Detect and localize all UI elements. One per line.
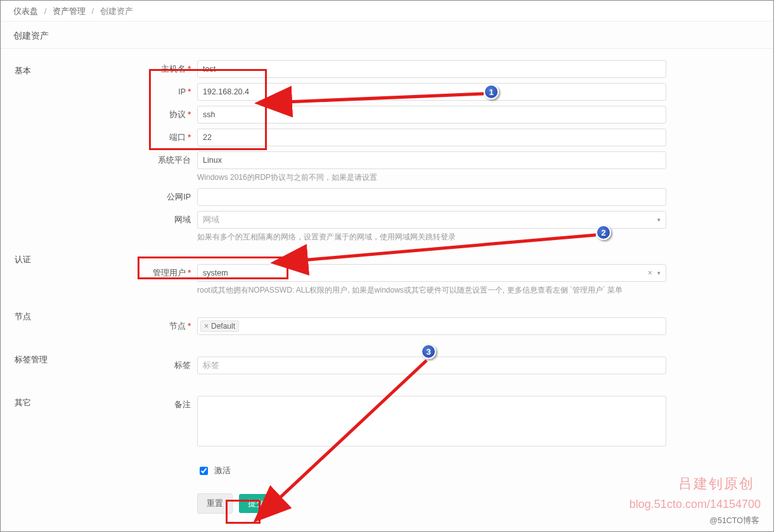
tags-select[interactable]: 标签 bbox=[197, 357, 666, 374]
chevron-down-icon: ▾ bbox=[657, 217, 661, 223]
watermark-author: 吕建钊原创 bbox=[678, 474, 754, 493]
help-admin-user: root或其他拥有NOPASSWD: ALL权限的用户, 如果是windows或… bbox=[197, 284, 666, 296]
active-checkbox[interactable] bbox=[200, 467, 208, 475]
label-protocol: 协议 bbox=[169, 110, 186, 119]
close-icon[interactable]: × bbox=[204, 322, 209, 331]
callout-1: 1 bbox=[484, 84, 499, 99]
chevron-down-icon: ▾ bbox=[657, 270, 661, 276]
port-input[interactable] bbox=[197, 129, 666, 146]
comment-textarea[interactable] bbox=[197, 396, 666, 446]
label-comment: 备注 bbox=[174, 400, 191, 409]
active-text: 激活 bbox=[214, 466, 231, 475]
submit-button[interactable]: 提交 bbox=[239, 494, 273, 513]
callout-3: 3 bbox=[421, 344, 436, 359]
protocol-input[interactable] bbox=[197, 106, 666, 124]
section-tag-mgmt: 标签管理 bbox=[15, 354, 48, 365]
page-title: 创建资产 bbox=[1, 22, 773, 49]
section-other: 其它 bbox=[15, 397, 31, 408]
label-domain: 网域 bbox=[174, 215, 191, 224]
public-ip-input[interactable] bbox=[197, 188, 666, 206]
domain-select[interactable]: 网域 ▾ bbox=[197, 211, 666, 229]
breadcrumb-sep: / bbox=[44, 6, 47, 16]
label-hostname: 主机名 bbox=[161, 65, 186, 73]
domain-placeholder: 网域 bbox=[203, 215, 219, 225]
admin-user-select[interactable]: system × ▾ bbox=[197, 264, 666, 282]
reset-button[interactable]: 重置 bbox=[197, 493, 233, 514]
admin-user-value: system bbox=[203, 269, 228, 277]
section-node: 节点 bbox=[15, 311, 31, 322]
attribution: @51CTO博客 bbox=[709, 516, 759, 526]
label-node: 节点 bbox=[169, 322, 186, 331]
node-tag-default[interactable]: ×Default bbox=[200, 320, 239, 332]
ip-input[interactable] bbox=[197, 83, 666, 101]
label-platform: 系统平台 bbox=[158, 156, 191, 165]
label-port: 端口 bbox=[169, 133, 186, 142]
platform-input[interactable] bbox=[197, 151, 666, 169]
label-public-ip: 公网IP bbox=[167, 193, 191, 201]
clear-icon[interactable]: × bbox=[648, 269, 657, 277]
active-checkbox-label[interactable]: 激活 bbox=[197, 466, 231, 475]
node-select[interactable]: ×Default bbox=[197, 317, 666, 335]
hostname-input[interactable] bbox=[197, 60, 666, 78]
label-ip: IP bbox=[178, 87, 186, 96]
callout-2: 2 bbox=[596, 225, 611, 240]
section-basic: 基本 bbox=[15, 65, 31, 77]
tags-placeholder: 标签 bbox=[203, 360, 219, 371]
breadcrumb-dashboard[interactable]: 仪表盘 bbox=[13, 6, 38, 16]
help-platform: Windows 2016的RDP协议与之前不同，如果是请设置 bbox=[197, 172, 666, 183]
section-auth: 认证 bbox=[15, 254, 31, 265]
breadcrumb-asset-mgmt[interactable]: 资产管理 bbox=[53, 6, 86, 16]
breadcrumb-current: 创建资产 bbox=[100, 6, 133, 16]
breadcrumb-sep: / bbox=[92, 6, 94, 16]
breadcrumb: 仪表盘 / 资产管理 / 创建资产 bbox=[1, 1, 773, 22]
label-tags: 标签 bbox=[174, 361, 191, 370]
label-admin-user: 管理用户 bbox=[153, 269, 186, 277]
watermark-url: blog.51cto.com/14154700 bbox=[629, 498, 761, 511]
